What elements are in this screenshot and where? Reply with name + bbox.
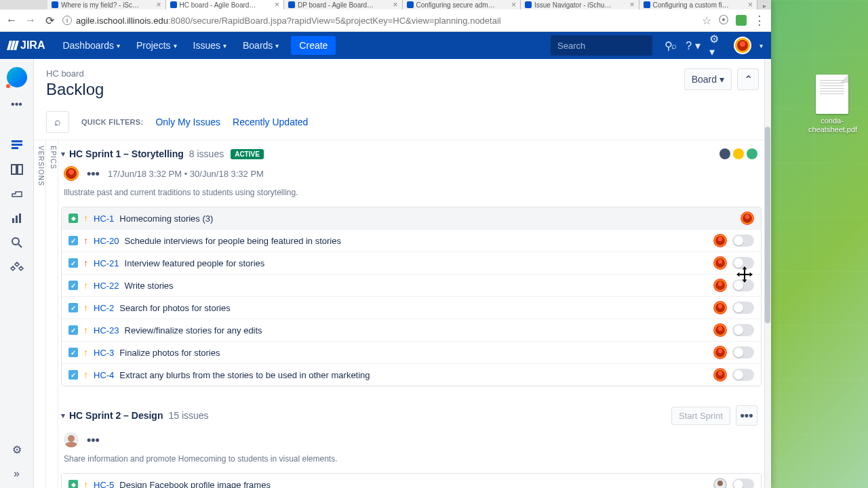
- status-toggle[interactable]: [732, 479, 754, 488]
- sprint-header[interactable]: ▾ HC Sprint 2 – Design 15 issues Start S…: [61, 405, 771, 428]
- versions-panel-tab[interactable]: VERSIONS: [34, 140, 46, 488]
- board-dropdown[interactable]: Board▾: [684, 68, 732, 90]
- extension-icon[interactable]: [736, 15, 747, 26]
- translate-icon[interactable]: ⦿: [718, 14, 729, 26]
- issue-row[interactable]: ◆↑HC-1Homecoming stories (3): [62, 207, 761, 230]
- forward-button[interactable]: →: [24, 14, 37, 26]
- help-icon[interactable]: ? ▾: [685, 37, 701, 54]
- assignee-avatar[interactable]: [713, 234, 727, 247]
- browser-menu-icon[interactable]: ⋮: [753, 13, 766, 28]
- scrollbar[interactable]: [764, 59, 771, 488]
- assignee-avatar[interactable]: [713, 346, 727, 359]
- reload-button[interactable]: ⟳: [43, 14, 56, 26]
- assignee-avatar[interactable]: [741, 211, 754, 225]
- sprint-owner-avatar[interactable]: [64, 432, 79, 447]
- filter-only-my-issues[interactable]: Only My Issues: [155, 117, 220, 127]
- browser-tab[interactable]: HC board - Agile Board…×: [166, 0, 285, 9]
- reports-icon[interactable]: [9, 211, 24, 226]
- nav-boards[interactable]: Boards▾: [236, 36, 285, 55]
- browser-tab[interactable]: Configuring a custom fi…×: [639, 0, 758, 9]
- assignee-avatar[interactable]: [713, 301, 727, 314]
- issue-key[interactable]: HC-5: [94, 480, 114, 489]
- issue-key[interactable]: HC-23: [94, 325, 119, 336]
- assignee-avatar[interactable]: [713, 323, 727, 337]
- status-toggle[interactable]: [732, 369, 754, 381]
- issue-key[interactable]: HC-4: [94, 370, 114, 380]
- issue-row[interactable]: ↑HC-20Schedule interviews for people bei…: [62, 230, 761, 252]
- feedback-icon[interactable]: ⚲: [660, 37, 677, 54]
- issue-key[interactable]: HC-20: [94, 236, 119, 246]
- close-icon[interactable]: ×: [393, 0, 397, 9]
- issue-key[interactable]: HC-3: [94, 348, 114, 358]
- issue-key[interactable]: HC-22: [94, 281, 119, 291]
- sprint-header[interactable]: ▾ HC Sprint 1 – Storytelling 8 issues AC…: [61, 148, 771, 162]
- nav-dashboards[interactable]: Dashboards▾: [56, 36, 127, 55]
- jira-logo[interactable]: JIRA: [8, 39, 45, 52]
- issue-row[interactable]: ↑HC-4Extract any blurbs from the stories…: [62, 364, 761, 386]
- components-icon[interactable]: [9, 260, 24, 274]
- issue-row[interactable]: ↑HC-21Interview featured people for stor…: [62, 252, 761, 274]
- status-toggle[interactable]: [732, 346, 754, 359]
- url-field[interactable]: i agile.ischool.illinois.edu:8080/secure…: [62, 16, 695, 26]
- site-info-icon[interactable]: i: [62, 16, 72, 25]
- create-button[interactable]: Create: [291, 36, 336, 55]
- issue-row[interactable]: ↑HC-23Review/finalize stories for any ed…: [62, 319, 761, 342]
- chevron-down-icon[interactable]: ▾: [61, 411, 65, 420]
- browser-tab[interactable]: DP board - Agile Board…×: [284, 0, 403, 9]
- sprint-owner-avatar[interactable]: [64, 166, 79, 181]
- issue-row[interactable]: ◆↑HC-5Design Facebook profile image fram…: [62, 474, 761, 488]
- desktop-file[interactable]: conda-cheatsheet.pdf: [808, 75, 856, 134]
- issue-row[interactable]: ↑HC-2Search for photos for stories: [62, 297, 761, 319]
- breadcrumb[interactable]: HC board: [46, 68, 759, 79]
- close-icon[interactable]: ×: [156, 0, 161, 9]
- close-icon[interactable]: ×: [629, 0, 634, 9]
- filter-recently-updated[interactable]: Recently Updated: [233, 117, 308, 127]
- releases-icon[interactable]: [9, 186, 24, 201]
- close-icon[interactable]: ×: [511, 0, 516, 9]
- back-button[interactable]: ←: [5, 14, 18, 26]
- status-toggle[interactable]: [732, 302, 754, 314]
- issue-row[interactable]: ↑HC-3Finalize photos for stories: [62, 342, 761, 364]
- board-icon[interactable]: [9, 162, 24, 177]
- issue-key[interactable]: HC-1: [94, 214, 114, 224]
- sprint-actions-icon[interactable]: •••: [87, 167, 100, 181]
- svg-rect-2: [12, 147, 18, 149]
- project-avatar[interactable]: [7, 67, 27, 87]
- filter-search-button[interactable]: ⌕: [46, 111, 69, 133]
- issue-row[interactable]: ↑HC-22Write stories: [62, 274, 761, 297]
- status-toggle[interactable]: [732, 235, 754, 247]
- chevron-down-icon: ▾: [275, 42, 279, 49]
- issues-icon[interactable]: [9, 235, 24, 250]
- sprint-more-button[interactable]: •••: [736, 405, 757, 426]
- backlog-icon[interactable]: [9, 138, 24, 152]
- epics-panel-tab[interactable]: EPICS: [46, 140, 58, 488]
- svg-line-9: [18, 244, 22, 247]
- global-search[interactable]: ⌕: [551, 35, 652, 56]
- new-tab-button[interactable]: ▸: [757, 2, 771, 9]
- project-settings-icon[interactable]: ⚙: [9, 442, 24, 457]
- browser-tab[interactable]: Configuring secure adm…×: [403, 0, 521, 9]
- issue-key[interactable]: HC-2: [94, 303, 114, 313]
- sprint-actions-icon[interactable]: •••: [87, 433, 100, 447]
- browser-tab[interactable]: Where is my field? - iSc…×: [47, 0, 166, 9]
- start-sprint-button[interactable]: Start Sprint: [671, 407, 730, 425]
- browser-tab[interactable]: Issue Navigator - iSchu…×: [521, 0, 639, 9]
- assignee-avatar[interactable]: [713, 256, 727, 270]
- bookmark-icon[interactable]: ☆: [702, 14, 711, 27]
- nav-issues[interactable]: Issues▾: [186, 36, 233, 55]
- assignee-avatar[interactable]: [713, 478, 727, 488]
- settings-icon[interactable]: ⚙ ▾: [709, 37, 726, 54]
- collapse-sidebar-icon[interactable]: »: [9, 466, 24, 481]
- search-input[interactable]: [557, 41, 671, 51]
- more-icon[interactable]: •••: [9, 97, 24, 112]
- collapse-button[interactable]: ⌃: [737, 68, 759, 90]
- close-icon[interactable]: ×: [275, 0, 279, 9]
- close-icon[interactable]: ×: [748, 0, 753, 9]
- status-toggle[interactable]: [732, 324, 754, 336]
- nav-projects[interactable]: Projects▾: [130, 36, 184, 55]
- issue-key[interactable]: HC-21: [94, 258, 119, 268]
- user-avatar[interactable]: [734, 37, 751, 54]
- assignee-avatar[interactable]: [713, 368, 727, 382]
- assignee-avatar[interactable]: [713, 279, 727, 292]
- chevron-down-icon[interactable]: ▾: [61, 149, 65, 159]
